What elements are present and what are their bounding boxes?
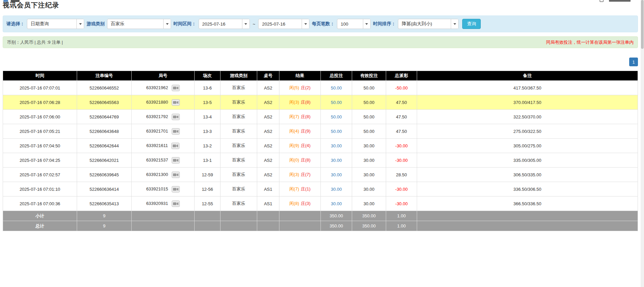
cell-remark: 306.50/335.00 [417, 168, 638, 182]
search-button[interactable]: 查询 [462, 19, 481, 29]
result-player: 闲(3) [290, 172, 299, 177]
cell-bet-id: 522660645563 [77, 95, 132, 110]
table-row: 2025-07-16 07:06:28 522660645563 6339218… [3, 95, 638, 110]
result-player: 闲(8) [290, 201, 299, 206]
column-header: 游戏类别 [221, 71, 257, 81]
footer-empty-cell [417, 221, 638, 231]
cell-table-no: AS2 [257, 81, 279, 95]
date-to-value: 2025-07-16 [259, 22, 302, 27]
video-replay-icon[interactable] [172, 157, 180, 164]
video-replay-icon[interactable] [172, 172, 180, 178]
cell-table-no: AS2 [257, 153, 279, 168]
cell-total-bet[interactable]: 30.00 [321, 139, 352, 153]
footer-empty-cell [257, 211, 279, 221]
footer-empty-cell [195, 221, 221, 231]
cell-result: 闲(9)庄(4) [279, 139, 321, 153]
video-replay-icon[interactable] [172, 128, 180, 135]
cell-time: 2025-07-16 07:05:21 [3, 124, 77, 139]
cell-payout: -30.00 [386, 182, 417, 196]
cell-total-bet[interactable]: 30.00 [321, 153, 352, 168]
cell-remark: 275.00/322.50 [417, 124, 638, 139]
bets-table: 时间注单编号局号场次游戏类别桌号结果总投注有效投注总派彩备注 2025-07-1… [3, 71, 638, 231]
table-row: 2025-07-16 07:01:10 522660636414 6339210… [3, 182, 638, 196]
cell-payout: -30.00 [386, 139, 417, 153]
table-footer: 小计 9 350.00 350.00 1.00 总计 9 350.00 350.… [3, 211, 638, 231]
currency-summary-text: 币别：人民币 | 总共 :9 注单 | [7, 39, 63, 45]
cell-table-no: AS2 [257, 139, 279, 153]
footer-total-bet: 350.00 [321, 221, 352, 231]
cell-payout: -30.00 [386, 196, 417, 211]
cell-round: 633921015 [132, 182, 195, 196]
cell-result: 闲(3)庄(7) [279, 168, 321, 182]
game-type-select[interactable]: 百家乐 [107, 19, 171, 29]
cell-round: 633921300 [132, 168, 195, 182]
cell-total-bet[interactable]: 50.00 [321, 124, 352, 139]
cell-result: 闲(5)庄(2) [279, 81, 321, 95]
cell-total-bet[interactable]: 50.00 [321, 110, 352, 124]
result-player: 闲(4) [290, 129, 299, 134]
filter-bar: 请选择： 日期查询 游戏类别 百家乐 时间区间： 2025-07-16 ~ 20… [3, 15, 638, 32]
cell-remark: 417.50/367.50 [417, 81, 638, 95]
cell-time: 2025-07-16 07:06:00 [3, 110, 77, 124]
video-replay-icon[interactable] [172, 85, 180, 91]
cell-game-type: 百家乐 [221, 196, 257, 211]
footer-total-bet: 350.00 [321, 211, 352, 221]
column-header: 结果 [279, 71, 321, 81]
round-number: 633921611 [146, 143, 168, 148]
chevron-down-icon [363, 19, 370, 29]
cell-bet-id: 522660635413 [77, 196, 132, 211]
video-replay-icon[interactable] [172, 201, 180, 207]
cell-total-bet[interactable]: 50.00 [321, 95, 352, 110]
page-button-1[interactable]: 1 [629, 58, 638, 66]
cell-payout: -30.00 [386, 153, 417, 168]
query-type-select[interactable]: 日期查询 [27, 19, 84, 29]
column-header: 有效投注 [352, 71, 386, 81]
cell-time: 2025-07-16 07:00:36 [3, 196, 77, 211]
vertical-scrollbar[interactable] [641, 0, 644, 287]
footer-bet-count: 9 [77, 211, 132, 221]
cell-session: 12-59 [195, 168, 221, 182]
sort-order-label: 时间排序： [373, 21, 396, 27]
table-row: 2025-07-16 07:06:00 522660644769 6339217… [3, 110, 638, 124]
cell-session: 13-4 [195, 110, 221, 124]
date-to-select[interactable]: 2025-07-16 [258, 19, 309, 29]
result-player: 闲(5) [290, 85, 299, 90]
cell-total-bet[interactable]: 30.00 [321, 182, 352, 196]
cell-time: 2025-07-16 07:01:10 [3, 182, 77, 196]
date-range-label: 时间区间： [173, 21, 196, 27]
sort-order-select[interactable]: 降冪(由大到小) [398, 19, 459, 29]
video-replay-icon[interactable] [172, 186, 180, 192]
cell-payout: 47.50 [386, 124, 417, 139]
cell-total-bet[interactable]: 30.00 [321, 196, 352, 211]
query-type-value: 日期查询 [27, 21, 76, 27]
column-header: 桌号 [257, 71, 279, 81]
video-replay-icon[interactable] [172, 114, 180, 120]
cell-table-no: AS2 [257, 95, 279, 110]
round-number: 633921015 [146, 186, 168, 191]
page-size-value: 100 [337, 22, 363, 27]
cell-round: 633921701 [132, 124, 195, 139]
column-header: 局号 [132, 71, 195, 81]
cell-table-no: AS1 [257, 182, 279, 196]
result-player: 闲(0) [290, 157, 299, 163]
cell-session: 12-55 [195, 196, 221, 211]
video-replay-icon[interactable] [172, 99, 180, 106]
cell-round: 633921537 [132, 153, 195, 168]
cell-total-bet[interactable]: 50.00 [321, 81, 352, 95]
video-replay-icon[interactable] [171, 143, 179, 149]
table-header-row: 时间注单编号局号场次游戏类别桌号结果总投注有效投注总派彩备注 [3, 71, 638, 81]
cell-result: 闲(7)庄(8) [279, 110, 321, 124]
cell-table-no: AS2 [257, 110, 279, 124]
page-size-select[interactable]: 100 [337, 19, 371, 29]
cell-round: 633921611 [132, 139, 195, 153]
footer-valid-bet: 350.00 [352, 211, 386, 221]
cell-session: 13-3 [195, 124, 221, 139]
cell-total-bet[interactable]: 30.00 [321, 168, 352, 182]
table-footer-row: 小计 9 350.00 350.00 1.00 [3, 211, 638, 221]
footer-empty-cell [257, 221, 279, 231]
cell-remark: 322.50/370.00 [417, 110, 638, 124]
scrollbar-thumb[interactable] [641, 0, 644, 49]
date-from-select[interactable]: 2025-07-16 [199, 19, 250, 29]
cell-game-type: 百家乐 [221, 182, 257, 196]
cell-bet-id: 522660636414 [77, 182, 132, 196]
